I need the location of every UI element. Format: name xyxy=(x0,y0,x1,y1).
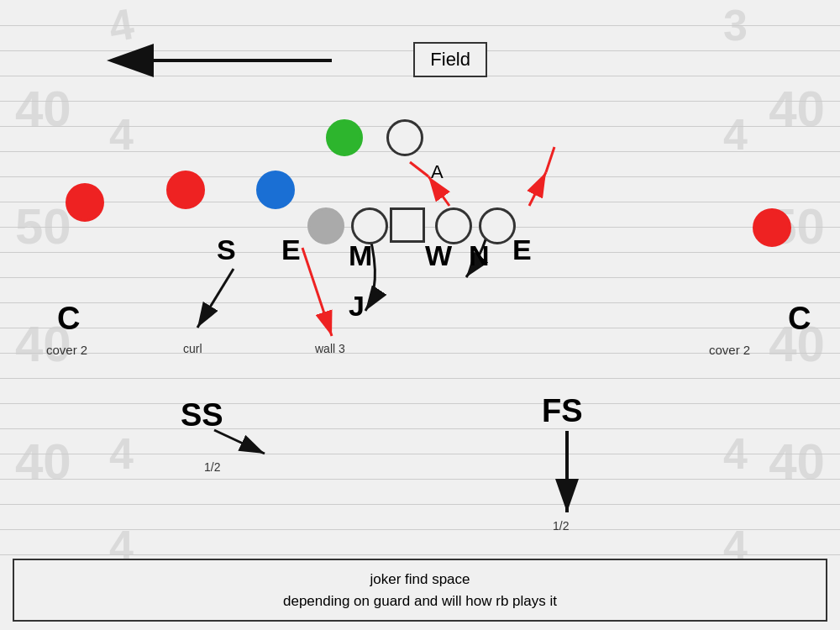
label-C-right: C xyxy=(788,301,811,337)
football-field: 40 50 40 40 40 50 40 40 4 3 4 4 4 4 4 4 … xyxy=(0,0,840,630)
red-player-mid-left xyxy=(166,171,205,209)
green-player xyxy=(326,119,363,156)
note-box: joker find space depending on guard and … xyxy=(13,559,827,622)
note-line2: depending on guard and will how rb plays… xyxy=(23,591,817,612)
label-E-right: E xyxy=(512,234,532,266)
label-cover2-right: cover 2 xyxy=(709,343,750,357)
label-cover2-left: cover 2 xyxy=(46,343,87,357)
label-SS-half: 1/2 xyxy=(204,460,220,474)
label-W: W xyxy=(425,239,452,272)
blue-player-left xyxy=(256,171,295,209)
label-E-left: E xyxy=(281,234,301,266)
yard-number-40-left-bot2: 40 xyxy=(15,433,71,491)
white-player-te xyxy=(386,119,423,156)
field-title-text: Field xyxy=(430,49,470,70)
yard-number-diagonal-left-low: 4 xyxy=(109,428,134,479)
label-N: N xyxy=(469,239,490,272)
label-FS: FS xyxy=(542,393,583,429)
label-curl: curl xyxy=(183,342,202,355)
label-SS: SS xyxy=(181,397,223,433)
red-player-far-right xyxy=(753,208,791,247)
label-wall3: wall 3 xyxy=(315,342,345,355)
yard-number-50-left: 50 xyxy=(15,197,71,255)
label-FS-half: 1/2 xyxy=(553,519,569,533)
yard-number-diagonal-right-low: 4 xyxy=(723,428,748,479)
yard-number-40-left-top: 40 xyxy=(15,80,71,138)
gray-player xyxy=(307,207,344,244)
yard-number-diagonal-right-top: 3 xyxy=(723,0,748,50)
note-line1: joker find space xyxy=(23,569,817,591)
yard-number-diagonal-right-mid: 4 xyxy=(723,109,748,160)
yard-number-40-right-bot2: 40 xyxy=(769,433,825,491)
yard-number-diagonal-left-mid: 4 xyxy=(109,109,134,160)
label-S: S xyxy=(217,234,236,266)
red-player-far-left xyxy=(66,183,104,222)
label-C-left: C xyxy=(57,301,80,337)
square-qb xyxy=(390,207,425,243)
label-J: J xyxy=(349,290,365,323)
field-label: Field xyxy=(413,42,487,77)
label-M: M xyxy=(349,239,372,272)
label-A: A xyxy=(431,161,444,183)
yard-number-40-right-top: 40 xyxy=(769,80,825,138)
